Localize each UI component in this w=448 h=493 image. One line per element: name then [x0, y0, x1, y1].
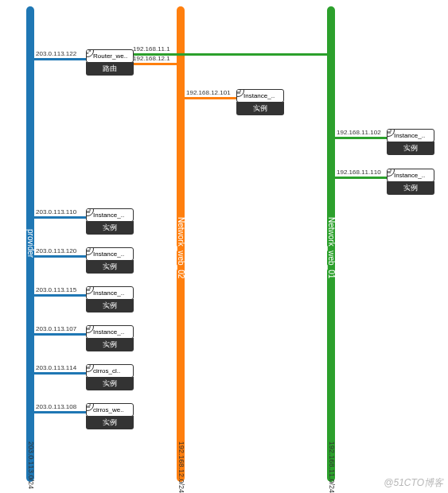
svg-rect-16: [86, 403, 90, 406]
network-label-web01: Network_web_01: [327, 217, 336, 278]
instance-node[interactable]: Instance_.. 实例: [86, 286, 134, 312]
instance-name: Instance_..: [93, 212, 124, 219]
network-cidr-provider: 203.0.113.0/24: [27, 441, 35, 489]
svg-rect-8: [86, 247, 90, 250]
instance-node[interactable]: Instance_.. 实例: [387, 129, 434, 155]
instance-node[interactable]: Instance_.. 实例: [86, 208, 134, 235]
ip-prov-6: 203.0.113.108: [36, 403, 76, 410]
link-router-web02: [131, 63, 181, 65]
link-router-provider: [34, 58, 88, 60]
instance-name: Instance_..: [93, 250, 124, 258]
router-type: 路由: [86, 62, 134, 76]
ip-router-web02: 192.168.12.1: [133, 55, 170, 62]
instance-node[interactable]: Instance_.. 实例: [86, 325, 134, 351]
instance-type: 实例: [387, 142, 434, 155]
instance-type: 实例: [86, 260, 134, 274]
topology-canvas: provider 203.0.113.0/24 Network_web_02 1…: [0, 0, 448, 493]
instance-node[interactable]: cirros_cl.. 实例: [86, 364, 134, 390]
ip-prov-3: 203.0.113.115: [36, 286, 76, 293]
router-node[interactable]: Router_we.. 路由: [86, 49, 134, 76]
svg-rect-10: [86, 286, 90, 289]
instance-node[interactable]: Instance_.. 实例: [236, 89, 284, 115]
network-cidr-web02: 192.168.12.0/24: [177, 441, 185, 493]
network-cidr-web01: 192.168.11.0/24: [328, 441, 336, 493]
link-web01-inst-a: [335, 137, 389, 139]
watermark: @51CTO博客: [384, 476, 443, 490]
instance-name: cirros_cl..: [93, 367, 120, 375]
ip-prov-4: 203.0.113.107: [36, 325, 76, 332]
network-trunk-provider[interactable]: provider: [26, 6, 34, 482]
instance-type: 实例: [86, 416, 134, 429]
instance-name: Instance_..: [394, 132, 425, 139]
instance-type: 实例: [86, 377, 134, 390]
link-prov-4: [34, 333, 88, 336]
link-prov-6: [34, 411, 88, 413]
ip-router-provider: 203.0.113.122: [36, 50, 76, 57]
ip-router-web01: 192.168.11.1: [133, 45, 170, 52]
instance-type: 实例: [86, 221, 134, 235]
ip-prov-2: 203.0.113.120: [36, 247, 76, 254]
instance-type: 实例: [236, 102, 284, 115]
instance-name: Instance_..: [93, 328, 124, 336]
svg-rect-4: [387, 169, 391, 172]
instance-name: Instance_..: [93, 289, 124, 297]
instance-type: 实例: [86, 338, 134, 351]
link-prov-2: [34, 255, 88, 258]
instance-node[interactable]: Instance_.. 实例: [387, 169, 434, 195]
instance-name: Instance_..: [394, 172, 425, 179]
link-web01-inst-b: [335, 177, 389, 179]
network-trunk-web01[interactable]: Network_web_01: [327, 6, 335, 482]
instance-name: Instance_..: [243, 92, 275, 99]
link-prov-5: [34, 372, 88, 375]
ip-prov-1: 203.0.113.110: [36, 208, 76, 215]
link-web02-inst: [185, 97, 239, 99]
instance-node[interactable]: Instance_.. 实例: [86, 247, 134, 274]
link-prov-1: [34, 216, 88, 219]
svg-rect-14: [86, 364, 90, 367]
instance-type: 实例: [86, 299, 134, 312]
network-trunk-web02[interactable]: Network_web_02: [177, 6, 185, 482]
svg-rect-6: [86, 208, 90, 212]
svg-rect-12: [86, 325, 90, 328]
svg-rect-2: [387, 129, 391, 132]
ip-prov-5: 203.0.113.114: [36, 364, 76, 371]
network-label-web02: Network_web_02: [177, 217, 185, 278]
ip-web02-inst: 192.168.12.101: [186, 89, 231, 96]
instance-name: cirros_we..: [93, 406, 124, 413]
ip-web01-inst-a: 192.168.11.102: [337, 129, 381, 136]
router-name: Router_we..: [93, 52, 127, 60]
instance-node[interactable]: cirros_we.. 实例: [86, 403, 134, 429]
ip-web01-inst-b: 192.168.11.110: [337, 169, 381, 176]
instance-type: 实例: [387, 181, 434, 195]
svg-rect-0: [236, 89, 240, 92]
network-label-provider: provider: [26, 229, 35, 258]
link-prov-3: [34, 294, 88, 297]
